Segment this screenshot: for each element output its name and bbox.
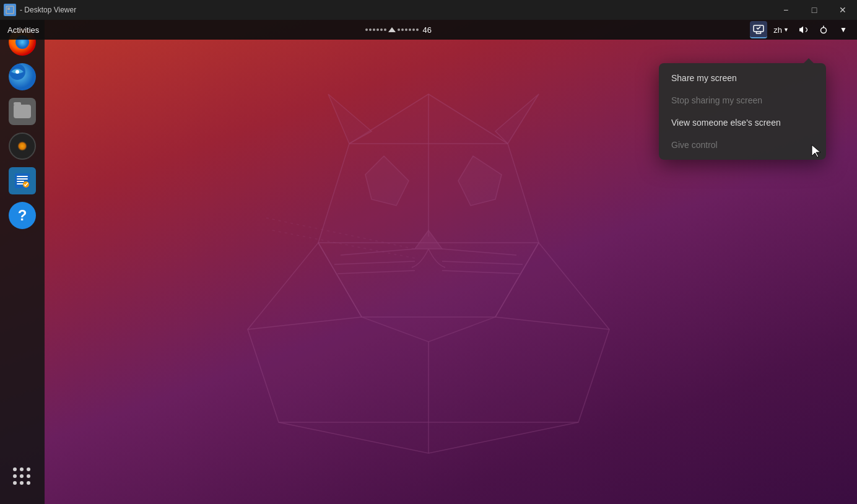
stop-sharing-item: Stop sharing my screen [659, 89, 826, 111]
window-title: - Desktop Viewer [20, 6, 772, 14]
gnome-bar-center: 46 [46, 25, 750, 35]
thunderbird-icon [9, 63, 36, 90]
svg-rect-29 [17, 176, 28, 177]
svg-point-27 [15, 70, 19, 74]
dock-item-files[interactable] [7, 97, 37, 126]
minimize-button[interactable]: − [772, 0, 800, 20]
svg-rect-1 [7, 7, 10, 10]
dock-item-rhythmbox[interactable] [7, 131, 37, 161]
dock-item-apps-grid[interactable] [7, 462, 37, 492]
power-tray-icon[interactable] [815, 21, 832, 38]
dock-item-thunderbird[interactable] [7, 62, 37, 92]
view-someones-screen-item[interactable]: View someone else's screen [659, 111, 826, 134]
svg-marker-4 [495, 94, 539, 144]
apps-grid-icon [9, 463, 36, 490]
dock-item-help[interactable]: ? [7, 201, 37, 230]
gnome-bar-right: zh ▼ ▼ [750, 21, 857, 38]
up-arrow-icon [388, 27, 396, 32]
ubuntu-desktop: Activities 46 [0, 20, 857, 504]
gnome-topbar: Activities 46 [0, 20, 857, 40]
application-dock: ? [0, 20, 45, 504]
screen-share-menu: Share my screen Stop sharing my screen V… [659, 63, 826, 160]
language-button[interactable]: zh ▼ [770, 21, 793, 38]
window-controls: − □ ✕ [772, 0, 857, 20]
close-button[interactable]: ✕ [829, 0, 857, 20]
writer-icon [9, 167, 36, 194]
app-icon [4, 4, 16, 16]
title-bar: - Desktop Viewer − □ ✕ [0, 0, 857, 20]
files-icon [9, 98, 36, 125]
maximize-button[interactable]: □ [800, 0, 829, 20]
dots-left [365, 28, 386, 31]
svg-rect-30 [17, 178, 28, 180]
dots-right [398, 28, 419, 31]
dock-bottom [7, 459, 37, 494]
svg-point-25 [821, 28, 827, 33]
dock-item-writer[interactable] [7, 166, 37, 196]
volume-tray-icon[interactable] [795, 21, 812, 38]
give-control-item: Give control [659, 134, 826, 156]
system-menu-button[interactable]: ▼ [835, 21, 852, 38]
svg-rect-31 [17, 181, 24, 182]
transfer-indicator: 46 [365, 25, 432, 35]
rhythmbox-icon [9, 133, 36, 160]
share-my-screen-item[interactable]: Share my screen [659, 67, 826, 89]
clock: 46 [423, 25, 432, 35]
dock-apps: ? [7, 25, 37, 233]
screen-share-tray-icon[interactable] [750, 21, 767, 38]
activities-button[interactable]: Activities [0, 20, 46, 40]
help-icon: ? [9, 202, 36, 229]
